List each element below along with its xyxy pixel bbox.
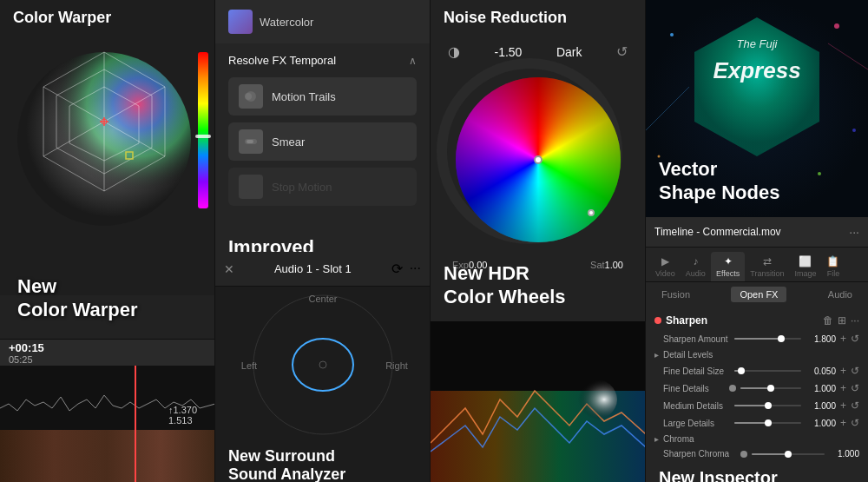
fx-item-motion-trails[interactable]: Motion Trails — [228, 77, 417, 116]
sharpen-chroma-value: 1.000 — [829, 449, 859, 459]
param-reset-icon[interactable]: ↺ — [851, 399, 859, 412]
tab-effects[interactable]: ✦ Effects — [711, 252, 745, 281]
fusion-button[interactable]: Fusion — [654, 287, 697, 302]
motion-trails-label: Motion Trails — [272, 90, 336, 103]
fine-detail-size-slider[interactable] — [734, 370, 801, 372]
new-inspector-title: New Inspector — [646, 461, 868, 482]
sharpen-chroma-dot — [740, 451, 747, 458]
svg-text:Right: Right — [385, 360, 408, 371]
slider-thumb — [738, 367, 745, 374]
hdr-color-wheels-title: New HDR Color Wheels — [444, 262, 566, 308]
param-plus-icon[interactable]: + — [840, 382, 846, 394]
detail-levels-expand-icon[interactable]: ▸ — [654, 350, 659, 360]
param-reset-icon[interactable]: ↺ — [851, 417, 859, 429]
transition-tab-label: Transition — [750, 269, 784, 278]
color-wheel-wrapper[interactable] — [447, 69, 629, 251]
svg-rect-13 — [198, 52, 208, 208]
surround-refresh-icon[interactable]: ⟳ — [391, 261, 403, 277]
audio-button[interactable]: Audio — [821, 287, 859, 302]
tab-audio[interactable]: ♪ Audio — [681, 252, 711, 281]
tab-image[interactable]: ⬜ Image — [789, 252, 821, 281]
chroma-expand-icon[interactable]: ▸ — [654, 434, 659, 444]
surround-svg: Center Left Right — [236, 287, 410, 443]
fine-details-value: 1.000 — [806, 384, 836, 393]
color-warper-visual: Color Warper — [0, 0, 214, 339]
slider-track — [734, 370, 801, 372]
vector-shape-section: The Fuji Express Vector Shape Nodes — [646, 0, 868, 217]
sharpen-amount-slider[interactable] — [734, 338, 801, 340]
color-wheel-bg — [456, 77, 621, 242]
param-reset-icon[interactable]: ↺ — [851, 333, 859, 345]
param-reset-icon[interactable]: ↺ — [851, 382, 859, 394]
fine-detail-size-row: Fine Detail Size 0.050 + ↺ — [646, 362, 868, 380]
wheel-top-bar: ◑ -1.50 Dark ↺ — [439, 43, 636, 60]
medium-details-slider[interactable] — [734, 405, 801, 406]
tab-transition[interactable]: ⇄ Transition — [745, 252, 789, 281]
wheel-reset-icon[interactable]: ↺ — [616, 43, 628, 60]
param-plus-icon[interactable]: + — [840, 417, 846, 429]
slider-track — [734, 405, 801, 406]
fx-item-stop-motion[interactable]: Stop Motion — [228, 168, 417, 206]
tab-file[interactable]: 📋 File — [821, 252, 845, 281]
param-plus-icon[interactable]: + — [840, 399, 846, 412]
rgb-mixers-title: Color Warper — [13, 9, 111, 27]
playhead — [135, 366, 136, 482]
watercolor-icon — [228, 10, 253, 34]
sat-label: Sat — [590, 260, 605, 270]
slider-track — [752, 453, 825, 455]
panel-noise-reduction: Noise Reduction ◑ -1.50 Dark ↺ — [431, 0, 646, 482]
resolve-fx-header: Resolve FX Temporal ∧ — [228, 54, 417, 67]
sharpen-chroma-slider[interactable] — [752, 453, 825, 455]
large-details-label: Large Details — [663, 419, 730, 428]
surround-section: ✕ Audio 1 - Slot 1 ⟳ ··· Center Left Rig… — [215, 252, 430, 482]
resolve-fx-section: Watercolor Resolve FX Temporal ∧ Motion … — [215, 0, 430, 252]
sharpen-amount-row: Sharpen Amount 1.800 + ↺ — [646, 330, 868, 347]
time-current: 05:25 — [9, 354, 44, 365]
param-reset-icon[interactable]: ↺ — [851, 365, 859, 377]
effect-delete-icon[interactable]: 🗑 — [823, 314, 833, 327]
surround-bottom-title: New Surround Sound Analyzer — [215, 443, 430, 482]
wheel-mode-icon[interactable]: ◑ — [448, 43, 460, 60]
medium-details-row: Medium Details 1.000 + ↺ — [646, 397, 868, 414]
detail-levels-label: Detail Levels — [663, 350, 713, 360]
film-strip — [0, 430, 214, 482]
fx-item-smear[interactable]: Smear — [228, 122, 417, 161]
timeline-title: Timeline - Commercial.mov — [654, 226, 781, 238]
slider-fill — [734, 338, 781, 340]
noise-reduction-header: Noise Reduction — [431, 0, 645, 35]
open-fx-button[interactable]: Open FX — [731, 287, 786, 302]
fine-details-label: Fine Details — [663, 384, 725, 393]
surround-header: ✕ Audio 1 - Slot 1 ⟳ ··· — [215, 252, 430, 287]
medium-details-label: Medium Details — [663, 401, 730, 411]
image-tab-icon: ⬜ — [799, 255, 812, 267]
transition-tab-icon: ⇄ — [763, 255, 772, 267]
large-details-value: 1.000 — [806, 419, 836, 428]
svg-text:Express: Express — [713, 57, 800, 83]
fine-details-slider[interactable] — [740, 387, 802, 389]
video-tab-label: Video — [655, 269, 675, 278]
close-icon[interactable]: ✕ — [224, 262, 234, 276]
effects-tab-icon: ✦ — [724, 255, 733, 267]
tab-video[interactable]: ▶ Video — [650, 252, 681, 281]
sharpen-chroma-label: Sharpen Chroma — [663, 449, 736, 459]
color-warper-label: New Color Warper — [17, 275, 138, 321]
fine-detail-size-label: Fine Detail Size — [663, 366, 730, 376]
effect-copy-icon[interactable]: ⊞ — [838, 314, 846, 327]
motion-trails-icon — [239, 84, 263, 109]
surround-title: Audio 1 - Slot 1 — [274, 262, 352, 275]
effect-dots-icon[interactable]: ··· — [851, 314, 859, 327]
svg-point-31 — [834, 23, 839, 29]
slider-thumb — [767, 385, 774, 392]
color-wheel-handle — [588, 209, 595, 216]
large-details-slider[interactable] — [734, 422, 801, 424]
param-plus-icon[interactable]: + — [840, 365, 846, 377]
chevron-up-icon[interactable]: ∧ — [409, 55, 417, 67]
color-wheel-container: ◑ -1.50 Dark ↺ Exp 0.00 — [431, 35, 645, 283]
inspector-tabs: ▶ Video ♪ Audio ✦ Effects ⇄ Transition ⬜… — [646, 248, 868, 282]
inspector-dots[interactable]: ··· — [849, 225, 859, 239]
surround-dots-icon[interactable]: ··· — [410, 261, 421, 277]
param-plus-icon[interactable]: + — [840, 333, 846, 345]
svg-point-20 — [253, 295, 392, 434]
file-tab-icon: 📋 — [826, 255, 839, 267]
effect-name: Sharpen — [666, 314, 707, 327]
